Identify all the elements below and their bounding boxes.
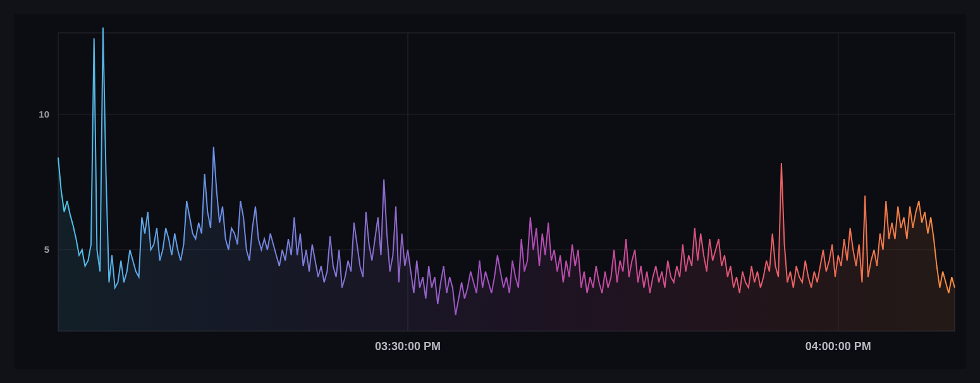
chart-panel: 51003:30:00 PM04:00:00 PM — [0, 0, 980, 383]
x-tick-label: 04:00:00 PM — [805, 340, 871, 353]
x-tick-label: 03:30:00 PM — [375, 340, 441, 353]
series-area — [58, 27, 955, 331]
chart-svg: 51003:30:00 PM04:00:00 PM — [14, 14, 966, 369]
y-tick-label: 10 — [39, 109, 49, 119]
chart-inner: 51003:30:00 PM04:00:00 PM — [14, 14, 966, 369]
y-tick-label: 5 — [44, 244, 49, 255]
